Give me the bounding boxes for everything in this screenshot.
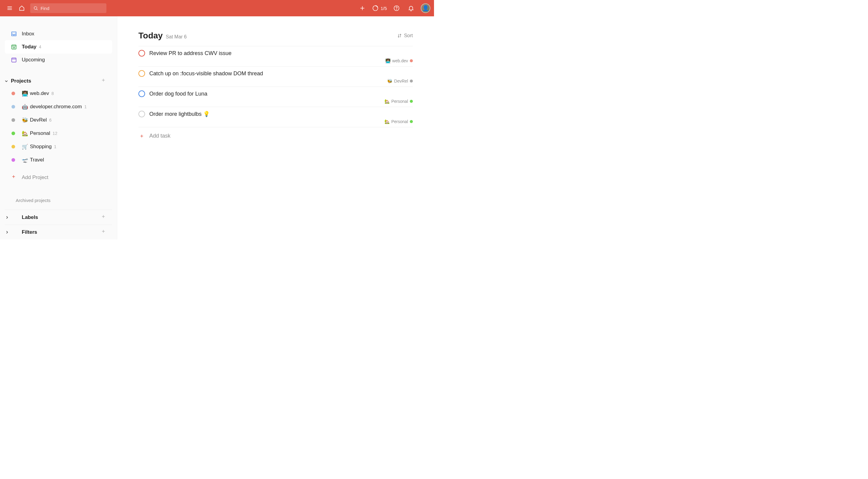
page-title: Today [138,31,163,40]
task-project-color-dot [410,59,413,62]
task-checkbox[interactable] [138,90,145,97]
filters-header-label: Filters [22,229,37,235]
task-project-label: Personal [392,119,408,124]
search-icon [33,5,38,11]
project-label: developer.chrome.com [30,104,82,110]
project-count: 1 [54,144,57,149]
task-title: Order more lightbulbs 💡 [149,111,210,117]
task-project-color-dot [410,100,413,103]
project-color-dot [11,145,15,148]
sidebar-item-upcoming[interactable]: Upcoming [5,54,112,66]
project-emoji: 🛫 [22,157,28,163]
main-content: Today Sat Mar 6 Sort Review PR to addres… [117,16,434,239]
project-label: Personal [30,130,50,137]
project-emoji: 🐝 [22,117,28,123]
task-project-color-dot [410,80,413,83]
add-label-icon[interactable] [101,214,106,221]
task-project-emoji: 👩🏽‍💻 [385,58,391,63]
project-emoji: 🤖 [22,104,28,110]
sidebar-project-item[interactable]: 🛒Shopping1 [5,140,112,153]
nav-label: Today [22,44,37,50]
add-project-button[interactable]: Add Project [5,171,112,184]
sort-icon [397,33,402,38]
svg-line-4 [37,9,37,10]
project-label: DevRel [30,117,47,123]
archived-projects-link[interactable]: Archived projects [5,191,112,210]
chevron-right-icon [4,214,10,221]
filters-header[interactable]: Filters [5,225,112,239]
project-label: Shopping [30,144,52,150]
task-project-emoji: 🏡 [384,119,390,124]
home-button[interactable] [17,3,27,13]
project-label: Travel [30,157,44,163]
search-input[interactable] [40,6,103,11]
add-filter-icon[interactable] [101,229,106,236]
project-count: 6 [49,118,52,122]
notifications-button[interactable] [406,3,416,13]
project-count: 8 [51,91,54,96]
nav-count: 4 [39,44,41,49]
projects-header[interactable]: Projects [5,72,112,87]
task-checkbox[interactable] [138,111,145,117]
sidebar-project-item[interactable]: 🏡Personal12 [5,127,112,140]
sidebar-project-item[interactable]: 🤖developer.chrome.com1 [5,100,112,113]
productivity-button[interactable]: 1/5 [372,5,387,11]
sidebar-project-item[interactable]: 🐝DevRel6 [5,113,112,127]
project-count: 12 [53,131,57,136]
labels-header[interactable]: Labels [5,210,112,224]
add-task-button[interactable]: Add task [138,127,413,145]
sort-button[interactable]: Sort [397,33,413,38]
avatar[interactable]: 👤 [421,3,430,13]
project-color-dot [11,105,15,109]
task-project-label: DevRel [394,79,408,84]
quick-add-button[interactable] [358,3,367,13]
task-item[interactable]: Order more lightbulbs 💡🏡Personal [138,107,413,127]
sidebar: Inbox 06 Today 4 Upcoming Projects [0,16,117,239]
task-project-color-dot [410,120,413,123]
page-date: Sat Mar 6 [166,34,186,40]
nav-label: Inbox [22,31,34,37]
svg-point-3 [34,7,37,9]
chevron-right-icon [4,229,10,236]
project-color-dot [11,158,15,162]
inbox-icon [10,30,18,37]
project-emoji: 👩🏽‍💻 [22,90,28,97]
task-title: Order dog food for Luna [149,91,207,97]
task-item[interactable]: Order dog food for Luna🏡Personal [138,87,413,107]
sidebar-item-today[interactable]: 06 Today 4 [5,40,112,53]
add-project-label: Add Project [22,175,49,181]
sidebar-item-inbox[interactable]: Inbox [5,27,112,40]
project-label: web.dev [30,90,49,96]
svg-text:06: 06 [13,46,15,49]
project-emoji: 🛒 [22,144,28,150]
help-button[interactable] [392,3,401,13]
svg-point-9 [397,9,397,10]
task-checkbox[interactable] [138,70,145,77]
today-icon: 06 [10,43,18,51]
plus-icon [138,133,145,139]
sidebar-project-item[interactable]: 👩🏽‍💻web.dev8 [5,87,112,100]
task-title: Catch up on :focus-visible shadow DOM th… [149,70,263,77]
svg-rect-13 [12,58,16,62]
task-item[interactable]: Review PR to address CWV issue👩🏽‍💻web.de… [138,46,413,66]
task-project-emoji: 🏡 [384,99,390,104]
task-checkbox[interactable] [138,50,145,57]
sort-label: Sort [404,33,413,38]
upcoming-icon [10,56,18,63]
task-item[interactable]: Catch up on :focus-visible shadow DOM th… [138,66,413,87]
add-project-icon[interactable] [101,78,106,84]
labels-header-label: Labels [22,214,38,220]
sidebar-project-item[interactable]: 🛫Travel [5,153,112,167]
task-project-label: web.dev [392,58,408,63]
archived-label: Archived projects [16,198,51,203]
plus-icon [11,174,16,181]
task-title: Review PR to address CWV issue [149,50,231,57]
nav-label: Upcoming [22,57,45,63]
project-color-dot [11,131,15,135]
productivity-count: 1/5 [380,6,387,11]
app-header: 1/5 👤 [0,0,434,16]
menu-button[interactable] [5,3,14,13]
add-task-label: Add task [149,133,170,139]
search-box[interactable] [30,3,106,13]
projects-header-label: Projects [11,78,31,84]
